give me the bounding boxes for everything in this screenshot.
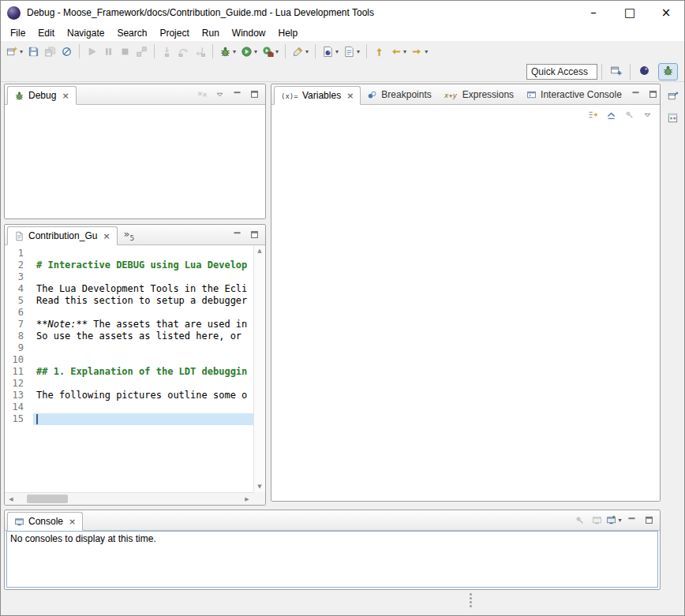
save-all-button[interactable] — [42, 43, 58, 60]
code-area[interactable]: 12# Interactive DEBUG using Lua Develop3… — [5, 245, 253, 492]
variables-maximize-button[interactable] — [646, 87, 661, 103]
step-over-button[interactable] — [175, 43, 192, 60]
tab-debug[interactable]: Debug × — [7, 86, 77, 105]
new-lua-module-button[interactable]: ▾ — [320, 43, 341, 60]
variables-minimize-button[interactable] — [628, 87, 644, 103]
editor-vertical-scrollbar[interactable]: ▲ ▼ — [253, 245, 265, 492]
editor-line-11[interactable]: 11## 1. Explanation of the LDT debuggin — [5, 366, 253, 378]
forward-button[interactable]: ▾ — [409, 43, 430, 60]
mark-occurrences-button[interactable]: ▾ — [290, 43, 311, 60]
tab-breakpoints[interactable]: Breakpoints — [361, 85, 437, 104]
save-button[interactable] — [25, 43, 42, 60]
editor-line-5[interactable]: 5Read this section to setup a debugger — [5, 295, 253, 307]
debug-view-content[interactable] — [5, 105, 265, 218]
editor-line-7[interactable]: 7**Note:** The assets that are used in — [5, 319, 253, 330]
disconnect-button[interactable] — [133, 43, 150, 60]
debug-minimize-button[interactable] — [229, 87, 245, 103]
scroll-up-icon[interactable]: ▲ — [257, 248, 261, 254]
editor-line-12[interactable]: 12 — [5, 378, 253, 390]
scroll-right-icon[interactable]: ▶ — [241, 496, 253, 502]
collapse-all-button[interactable] — [603, 106, 619, 122]
tab-editor-contribution-guide[interactable]: Contribution_Gu × — [7, 226, 118, 245]
console-maximize-button[interactable] — [641, 513, 657, 528]
editor-maximize-button[interactable] — [246, 227, 262, 243]
editor-horizontal-scrollbar[interactable]: ◀ ▶ — [5, 492, 253, 505]
pin-console-button[interactable] — [571, 513, 587, 528]
hscroll-thumb[interactable] — [27, 495, 68, 503]
variables-view-menu-button[interactable] — [639, 106, 655, 122]
step-into-button[interactable] — [159, 43, 175, 60]
editor-line-10[interactable]: 10 — [5, 354, 253, 366]
scroll-down-icon[interactable]: ▼ — [257, 483, 261, 490]
editor-line-2[interactable]: 2# Interactive DEBUG using Lua Develop — [5, 259, 253, 271]
editor-line-9[interactable]: 9 — [5, 342, 253, 354]
skip-all-breakpoints-button[interactable] — [58, 43, 75, 60]
dropdown-arrow-icon[interactable]: ▾ — [305, 48, 309, 55]
open-perspective-button[interactable] — [606, 63, 626, 80]
tab-console[interactable]: Console × — [7, 512, 83, 531]
close-tab-icon[interactable]: × — [62, 91, 69, 101]
close-tab-icon[interactable]: × — [103, 231, 110, 241]
close-button[interactable]: × — [648, 1, 684, 24]
remove-all-terminated-button[interactable] — [194, 87, 210, 103]
dropdown-arrow-icon[interactable]: ▾ — [335, 48, 339, 55]
editor-line-8[interactable]: 8So use the assets as listed here, or — [5, 330, 253, 342]
editor-line-1[interactable]: 1 — [5, 248, 253, 259]
display-selected-console-button[interactable] — [589, 513, 605, 528]
run-button[interactable]: ▾ — [238, 43, 260, 60]
dropdown-arrow-icon[interactable]: ▾ — [233, 48, 236, 55]
minimize-button[interactable]: – — [575, 1, 612, 24]
last-edit-location-button[interactable] — [371, 43, 387, 60]
new-wizard-button[interactable]: ▾ — [4, 43, 25, 60]
debug-view-menu-button[interactable] — [211, 87, 227, 103]
editor-line-4[interactable]: 4The Lua Development Tools in the Ecli — [5, 283, 253, 295]
menu-navigate[interactable]: Navigate — [61, 26, 110, 40]
debug-button[interactable]: ▾ — [217, 43, 238, 60]
back-button[interactable]: ▾ — [387, 43, 409, 60]
dropdown-arrow-icon[interactable]: ▾ — [425, 48, 428, 55]
open-console-button[interactable]: ▾ — [606, 513, 622, 528]
close-tab-icon[interactable]: × — [69, 517, 76, 527]
variables-view-content[interactable] — [271, 124, 660, 501]
dropdown-arrow-icon[interactable]: ▾ — [254, 48, 257, 55]
external-tools-button[interactable]: ▾ — [260, 43, 281, 60]
new-lua-file-button[interactable]: ▾ — [341, 43, 362, 60]
minimized-view-restore-button[interactable] — [664, 87, 681, 104]
terminate-button[interactable] — [117, 43, 133, 60]
quick-access-box[interactable]: Quick Access — [526, 64, 597, 80]
lua-perspective-button[interactable] — [634, 63, 654, 80]
hidden-editors-chevron[interactable]: »5 — [118, 228, 141, 242]
editor-minimize-button[interactable] — [229, 227, 245, 243]
console-content[interactable]: No consoles to display at this time. — [6, 531, 658, 588]
step-return-button[interactable] — [192, 43, 208, 60]
menu-search[interactable]: Search — [110, 26, 153, 40]
editor-line-13[interactable]: 13The following pictures outline some o — [5, 390, 253, 401]
dropdown-arrow-icon[interactable]: ▾ — [20, 48, 23, 55]
tab-interactive-console[interactable]: Interactive Console — [520, 85, 628, 104]
menu-file[interactable]: File — [4, 26, 32, 40]
hscroll-track[interactable] — [17, 493, 241, 505]
editor-content[interactable]: 12# Interactive DEBUG using Lua Develop3… — [5, 245, 265, 505]
close-tab-icon[interactable]: × — [346, 91, 354, 101]
dropdown-arrow-icon[interactable]: ▾ — [403, 48, 406, 55]
scroll-left-icon[interactable]: ◀ — [5, 496, 17, 502]
editor-line-14[interactable]: 14 — [5, 401, 253, 413]
dropdown-arrow-icon[interactable]: ▾ — [275, 48, 279, 55]
show-logical-structure-button[interactable] — [585, 106, 601, 122]
sash-gripper[interactable] — [467, 593, 474, 612]
suspend-button[interactable] — [100, 43, 117, 60]
menu-run[interactable]: Run — [196, 26, 226, 40]
menu-help[interactable]: Help — [272, 26, 305, 40]
editor-line-15[interactable]: 15 — [5, 413, 253, 425]
editor-line-3[interactable]: 3 — [5, 271, 253, 283]
debug-perspective-button[interactable] — [658, 63, 678, 80]
maximize-button[interactable]: □ — [612, 1, 648, 24]
pin-view-button[interactable] — [621, 106, 637, 122]
tab-variables[interactable]: (x)=Variables× — [274, 86, 361, 105]
dropdown-arrow-icon[interactable]: ▾ — [357, 48, 360, 55]
menu-edit[interactable]: Edit — [32, 26, 61, 40]
tab-expressions[interactable]: x+yExpressions — [438, 85, 520, 104]
debug-maximize-button[interactable] — [246, 87, 262, 103]
editor-line-6[interactable]: 6 — [5, 307, 253, 319]
minimized-view-palette-button[interactable] — [664, 109, 681, 126]
